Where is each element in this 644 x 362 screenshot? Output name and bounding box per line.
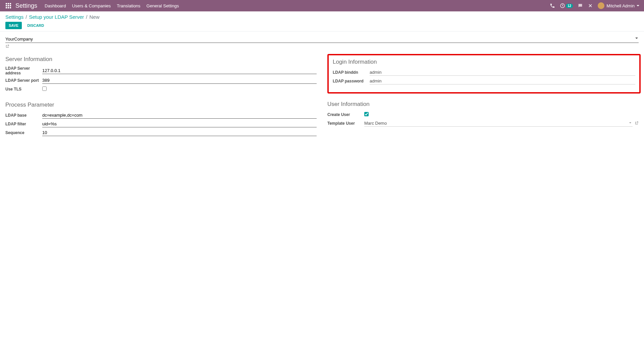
svg-rect-1	[8, 3, 9, 4]
nav-item-general-settings[interactable]: General Settings	[147, 3, 179, 8]
ldap-base-input[interactable]	[42, 112, 317, 119]
chevron-down-icon	[629, 122, 631, 123]
phone-icon	[550, 3, 555, 8]
ldap-filter-input[interactable]	[42, 121, 317, 127]
close-button[interactable]	[588, 3, 593, 8]
breadcrumb-parent[interactable]: Setup your LDAP Server	[29, 14, 84, 20]
phone-button[interactable]	[550, 3, 555, 8]
ldap-binddn-input[interactable]	[370, 69, 635, 76]
sequence-label: Sequence	[5, 130, 42, 135]
ldap-base-label: LDAP base	[5, 113, 42, 118]
create-user-label: Create User	[327, 112, 364, 117]
app-title[interactable]: Settings	[14, 2, 43, 9]
apps-grid-icon	[6, 3, 11, 8]
ldap-password-label: LDAP password	[333, 79, 370, 83]
template-user-input[interactable]	[364, 120, 633, 127]
template-user-external-link[interactable]	[635, 121, 639, 126]
user-menu[interactable]: Mitchell Admin	[598, 2, 639, 9]
create-user-checkbox[interactable]	[364, 112, 369, 116]
svg-rect-6	[6, 7, 7, 8]
user-info-title: User Information	[327, 101, 639, 108]
svg-rect-3	[6, 5, 7, 6]
external-link-icon	[5, 44, 9, 48]
svg-rect-2	[10, 3, 11, 4]
login-info-highlight: Login Information LDAP binddn LDAP passw…	[327, 54, 641, 94]
ldap-binddn-label: LDAP binddn	[333, 70, 370, 75]
save-button[interactable]: SAVE	[5, 22, 22, 29]
use-tls-label: Use TLS	[5, 87, 42, 92]
use-tls-checkbox[interactable]	[42, 86, 47, 91]
ldap-port-label: LDAP Server port	[5, 78, 42, 83]
chevron-down-icon	[635, 38, 638, 39]
server-info-title: Server Information	[5, 56, 317, 63]
nav-item-dashboard[interactable]: Dashboard	[45, 3, 66, 8]
svg-rect-4	[8, 5, 9, 6]
svg-rect-7	[8, 7, 9, 8]
nav-item-users[interactable]: Users & Companies	[72, 3, 111, 8]
form-sheet: Server Information LDAP Server address L…	[0, 32, 644, 146]
chat-icon	[578, 3, 583, 8]
control-panel: Settings / Setup your LDAP Server / New …	[0, 11, 644, 32]
ldap-password-input[interactable]	[370, 78, 635, 84]
breadcrumb-root[interactable]: Settings	[5, 14, 23, 20]
messages-button[interactable]	[578, 3, 583, 8]
external-link-icon	[635, 121, 639, 125]
close-icon	[588, 3, 593, 8]
ldap-address-label: LDAP Server address	[5, 66, 42, 75]
company-field[interactable]	[5, 36, 639, 43]
activity-count-badge: 12	[566, 4, 573, 8]
breadcrumb-current: New	[90, 14, 100, 20]
user-name: Mitchell Admin	[606, 3, 635, 8]
chevron-down-icon	[637, 5, 639, 6]
process-param-title: Process Parameter	[5, 102, 317, 108]
breadcrumb: Settings / Setup your LDAP Server / New	[5, 14, 639, 20]
ldap-filter-label: LDAP filter	[5, 122, 42, 126]
login-info-title: Login Information	[333, 59, 635, 65]
template-user-label: Template User	[327, 121, 364, 126]
ldap-port-input[interactable]	[42, 77, 317, 84]
clock-icon	[560, 3, 565, 8]
svg-rect-0	[6, 3, 7, 4]
company-input[interactable]	[5, 36, 639, 43]
company-external-link[interactable]	[5, 44, 9, 49]
svg-rect-8	[10, 7, 11, 8]
discard-button[interactable]: DISCARD	[24, 22, 47, 29]
activities-button[interactable]: 12	[560, 3, 573, 8]
nav-item-translations[interactable]: Translations	[117, 3, 140, 8]
apps-menu-button[interactable]	[3, 3, 14, 8]
sequence-input[interactable]	[42, 129, 317, 136]
top-navbar: Settings Dashboard Users & Companies Tra…	[0, 0, 644, 11]
template-user-field[interactable]	[364, 120, 633, 127]
nav-menu: Dashboard Users & Companies Translations…	[45, 3, 179, 8]
avatar	[598, 2, 604, 9]
ldap-address-input[interactable]	[42, 67, 317, 74]
svg-rect-5	[10, 5, 11, 6]
